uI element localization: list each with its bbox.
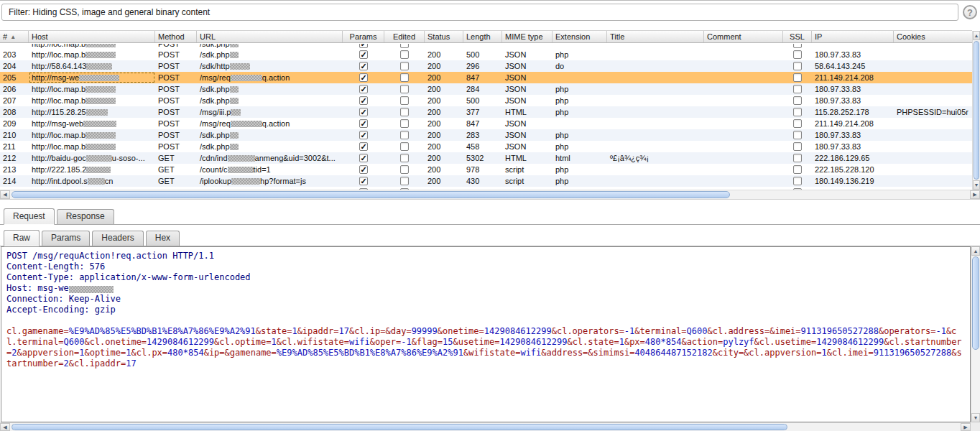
raw-request-editor[interactable]: POST /msg/requAction!req.action HTTP/1.1… bbox=[1, 246, 971, 422]
cell-mime: JSON bbox=[502, 72, 553, 83]
table-row[interactable]: 208http://115.28.25POST/msg/iii.p✓200377… bbox=[0, 106, 972, 118]
cell-length: 500 bbox=[463, 49, 502, 60]
table-row[interactable]: 203http://loc.map.bPOST/sdk.php✓200500JS… bbox=[0, 49, 972, 60]
cell-ip: 222.185.228.120 bbox=[812, 164, 894, 175]
table-header: # ▲ Host Method URL Params Edited Status… bbox=[0, 30, 972, 43]
scroll-up-icon[interactable]: ▲ bbox=[973, 31, 980, 40]
cell-comment bbox=[704, 60, 783, 72]
column-header-host[interactable]: Host bbox=[29, 31, 155, 42]
cell-length: 296 bbox=[463, 60, 502, 72]
params-checkbox: ✓ bbox=[359, 142, 368, 151]
scroll-down-icon[interactable]: ▼ bbox=[971, 413, 980, 422]
scrollbar-thumb[interactable] bbox=[974, 41, 979, 180]
redacted-block bbox=[228, 155, 255, 162]
column-header-method[interactable]: Method bbox=[155, 31, 197, 42]
cell-mime: JSON bbox=[502, 129, 553, 141]
column-header-title[interactable]: Title bbox=[607, 31, 704, 42]
column-header-ssl[interactable]: SSL bbox=[783, 31, 812, 42]
column-header-number[interactable]: # ▲ bbox=[0, 31, 29, 42]
request-header-line: Connection: Keep-Alive bbox=[6, 294, 965, 305]
table-row[interactable]: 210http://loc.map.bPOST/sdk.php✓200283JS… bbox=[0, 129, 972, 141]
table-row[interactable]: 213http://222.185.2GET/count/ctid=1✓2009… bbox=[0, 164, 972, 175]
help-button[interactable]: ? bbox=[963, 5, 977, 19]
tab-response[interactable]: Response bbox=[57, 209, 114, 224]
table-row[interactable]: 211http://loc.map.bPOST/sdk.php✓200458JS… bbox=[0, 141, 972, 152]
cell-status: 200 bbox=[425, 141, 463, 152]
cell-params: ✓ bbox=[343, 129, 384, 141]
cell-title bbox=[607, 83, 704, 95]
scrollbar-thumb[interactable] bbox=[11, 191, 730, 198]
cell-ssl bbox=[783, 44, 812, 49]
scroll-right-icon[interactable]: ▶ bbox=[961, 423, 971, 431]
column-header-comment[interactable]: Comment bbox=[704, 31, 783, 42]
tab-headers[interactable]: Headers bbox=[92, 231, 143, 246]
cell-comment bbox=[704, 49, 783, 60]
table-row[interactable]: 207http://loc.map.bPOST/sdk.php✓200500JS… bbox=[0, 95, 972, 106]
table-row[interactable]: 204http://58.64.143POST/sdk/http✓200296J… bbox=[0, 60, 972, 72]
cell-mime: JSON bbox=[502, 118, 553, 129]
table-horizontal-scrollbar[interactable]: ◀ ▶ bbox=[0, 190, 980, 200]
table-row[interactable]: 209http://msg-webPOST/msg/reqq.action✓20… bbox=[0, 118, 972, 129]
table-row[interactable]: http://loc.map.bPOST/sdk.php✓ bbox=[0, 44, 972, 49]
column-header-length[interactable]: Length bbox=[463, 31, 502, 42]
redacted-block bbox=[230, 144, 239, 150]
cell-cookies bbox=[894, 72, 972, 83]
request-horizontal-scrollbar[interactable]: ◀ ▶ bbox=[0, 422, 971, 431]
cell-extension: php bbox=[553, 175, 607, 187]
cell-ssl bbox=[783, 118, 812, 129]
message-tabs: Request Response bbox=[0, 208, 980, 225]
cell-comment bbox=[704, 129, 783, 141]
table-row[interactable]: 205http://msg-wePOST/msg/reqq.action✓200… bbox=[0, 72, 972, 83]
cell-url: /sdk.php bbox=[197, 95, 343, 106]
cell-ip: 211.149.214.208 bbox=[812, 72, 894, 83]
column-header-status[interactable]: Status bbox=[425, 31, 463, 42]
cell-url: /sdk.php bbox=[197, 49, 343, 60]
request-vertical-scrollbar[interactable]: ▲ ▼ bbox=[971, 246, 980, 422]
scroll-down-icon[interactable]: ▼ bbox=[973, 180, 980, 190]
redacted-block bbox=[231, 178, 260, 185]
params-checkbox: ✓ bbox=[359, 50, 368, 59]
cell-title bbox=[607, 164, 704, 175]
filter-bar[interactable]: Filter: Hiding CSS, image and general bi… bbox=[1, 4, 958, 21]
cell-title bbox=[607, 49, 704, 60]
column-header-params[interactable]: Params bbox=[343, 31, 384, 42]
scroll-left-icon[interactable]: ◀ bbox=[0, 190, 10, 199]
column-header-cookies[interactable]: Cookies bbox=[894, 31, 972, 42]
column-header-ip[interactable]: IP bbox=[812, 31, 894, 42]
table-row[interactable]: 212http://baidu-gocu-soso-...GET/cdn/ind… bbox=[0, 152, 972, 164]
cell-url: /msg/iii.p bbox=[197, 106, 343, 118]
tab-params[interactable]: Params bbox=[42, 231, 90, 246]
scrollbar-thumb[interactable] bbox=[11, 424, 787, 430]
cell-edited bbox=[384, 44, 425, 49]
cell-host: http://222.185.2 bbox=[29, 164, 155, 175]
cell-edited bbox=[384, 72, 425, 83]
cell-host: http://58.64.143 bbox=[29, 60, 155, 72]
cell-title bbox=[607, 60, 704, 72]
tab-raw[interactable]: Raw bbox=[4, 230, 40, 246]
scroll-right-icon[interactable]: ▶ bbox=[970, 190, 980, 199]
scroll-up-icon[interactable]: ▲ bbox=[971, 246, 980, 256]
tab-hex[interactable]: Hex bbox=[146, 231, 180, 246]
table-row[interactable]: 214http://int.dpool.scnGET/iplookuphp?fo… bbox=[0, 175, 972, 187]
redacted-block bbox=[79, 75, 119, 81]
cell-edited bbox=[384, 60, 425, 72]
column-header-url[interactable]: URL bbox=[197, 31, 343, 42]
tab-request[interactable]: Request bbox=[4, 208, 55, 225]
table-vertical-scrollbar[interactable]: ▲ ▼ bbox=[972, 31, 980, 190]
cell-mime: JSON bbox=[502, 141, 553, 152]
scroll-left-icon[interactable]: ◀ bbox=[0, 423, 10, 431]
cell-title bbox=[607, 106, 704, 118]
scrollbar-thumb[interactable] bbox=[972, 256, 979, 350]
cell-length: 458 bbox=[463, 141, 502, 152]
cell-title: º£¡â¾¿ç¾¡ bbox=[607, 152, 704, 164]
request-body: cl.gamename=%E9%AD%85%E5%BD%B1%E8%A7%86%… bbox=[6, 326, 965, 369]
column-header-mime-type[interactable]: MIME type bbox=[502, 31, 553, 42]
table-row[interactable]: 206http://loc.map.bPOST/sdk.php✓200284JS… bbox=[0, 83, 972, 95]
column-header-edited[interactable]: Edited bbox=[384, 31, 425, 42]
column-header-extension[interactable]: Extension bbox=[553, 31, 607, 42]
redacted-block bbox=[86, 63, 112, 70]
redacted-block bbox=[69, 286, 114, 293]
edited-checkbox bbox=[400, 142, 409, 151]
cell-length: 500 bbox=[463, 95, 502, 106]
cell-params: ✓ bbox=[343, 164, 384, 175]
